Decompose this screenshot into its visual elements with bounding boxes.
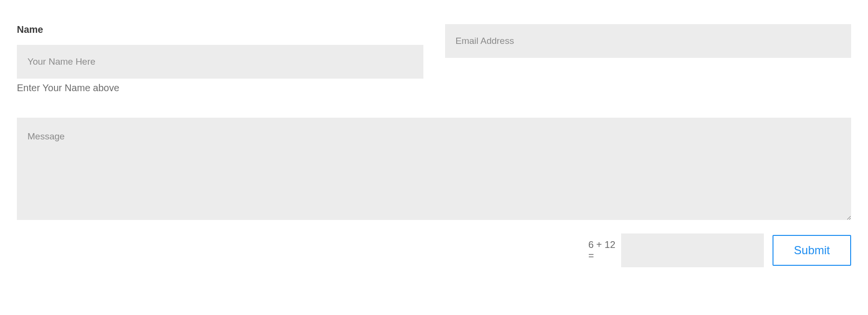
- message-wrap: [17, 118, 851, 220]
- top-row: Name Enter Your Name above: [17, 24, 851, 94]
- name-label: Name: [17, 24, 423, 35]
- captcha-input[interactable]: [621, 233, 764, 267]
- contact-form: Name Enter Your Name above 6 + 12 = Subm…: [17, 24, 851, 267]
- name-column: Name Enter Your Name above: [17, 24, 423, 94]
- email-column: [445, 24, 852, 58]
- captcha-group: 6 + 12 =: [588, 233, 764, 267]
- name-hint: Enter Your Name above: [17, 82, 423, 94]
- captcha-question: 6 + 12 =: [588, 239, 616, 261]
- submit-button[interactable]: Submit: [773, 235, 851, 266]
- message-textarea[interactable]: [17, 118, 851, 220]
- email-input[interactable]: [445, 24, 852, 58]
- name-input[interactable]: [17, 45, 423, 79]
- bottom-row: 6 + 12 = Submit: [17, 233, 851, 267]
